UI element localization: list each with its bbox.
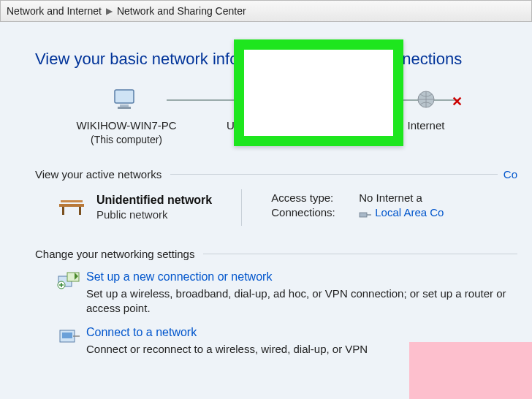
node-name: Internet	[408, 118, 445, 133]
section-change-settings: Change your networking settings	[35, 248, 517, 260]
svg-rect-0	[115, 90, 134, 103]
globe-icon	[416, 86, 436, 113]
svg-rect-1	[120, 104, 129, 107]
vertical-divider	[241, 189, 242, 226]
connection-link[interactable]: Local Area Co	[359, 206, 444, 218]
access-type-label: Access type:	[271, 191, 359, 204]
svg-rect-17	[62, 332, 72, 338]
disconnected-icon: ✕	[452, 94, 463, 110]
network-type[interactable]: Public network	[96, 208, 212, 221]
divider-line	[170, 174, 498, 175]
connect-network-link[interactable]: Connect to a network	[86, 326, 368, 339]
section-label: View your active networks	[35, 168, 162, 180]
setup-connection-icon	[57, 270, 86, 316]
annotation-highlight	[234, 39, 403, 146]
access-type-value: No Internet a	[359, 191, 422, 204]
node-sub: (This computer)	[76, 133, 176, 146]
network-name: Unidentified network	[96, 194, 212, 207]
svg-rect-12	[360, 213, 367, 217]
annotation-overlay	[409, 342, 532, 399]
node-name: WIKIHOW-WIN7-PC	[76, 118, 176, 133]
divider-line	[203, 254, 517, 254]
ethernet-icon	[359, 209, 372, 218]
setup-connection-link[interactable]: Set up a new connection or network	[86, 270, 517, 284]
active-network-panel: Unidentified network Public network Acce…	[57, 189, 517, 226]
node-this-computer[interactable]: WIKIHOW-WIN7-PC (This computer)	[57, 86, 196, 146]
breadcrumb-parent[interactable]: Network and Internet	[7, 5, 102, 17]
setup-connection-item[interactable]: Set up a new connection or network Set u…	[57, 270, 517, 316]
setup-connection-desc: Set up a wireless, broadband, dial-up, a…	[86, 286, 517, 316]
svg-rect-10	[62, 207, 64, 215]
section-label: Change your networking settings	[35, 248, 194, 260]
svg-rect-2	[118, 107, 131, 109]
chevron-right-icon: ▶	[106, 6, 113, 16]
breadcrumb[interactable]: Network and Internet ▶ Network and Shari…	[0, 0, 532, 22]
svg-rect-11	[79, 207, 81, 215]
connect-network-desc: Connect or reconnect to a wireless, wire…	[86, 342, 368, 357]
connections-label: Connections:	[271, 206, 359, 218]
svg-rect-8	[59, 204, 84, 207]
connect-network-icon	[57, 326, 86, 357]
computer-icon	[113, 86, 140, 113]
bench-icon	[57, 197, 86, 218]
connect-disconnect-link[interactable]: Co	[503, 168, 517, 180]
breadcrumb-current[interactable]: Network and Sharing Center	[117, 5, 246, 17]
section-active-networks: View your active networks Co	[35, 168, 517, 180]
svg-rect-9	[61, 200, 83, 202]
